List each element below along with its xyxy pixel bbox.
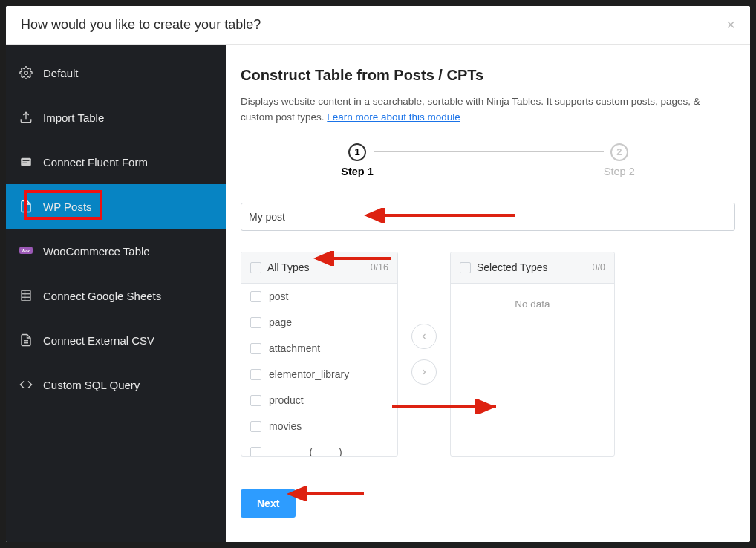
all-types-list[interactable]: postpageattachmentelementor_libraryprodu… [241, 284, 397, 456]
select-all-right-checkbox[interactable] [460, 262, 471, 273]
sidebar-item-label: Default [43, 67, 79, 79]
type-label: movies [269, 420, 302, 432]
sidebar-item-label: WP Posts [43, 200, 92, 213]
upload-icon [19, 111, 33, 124]
select-all-checkbox[interactable] [250, 262, 261, 273]
code-icon [19, 378, 33, 391]
main-content: Construct Table from Posts / CPTs Displa… [226, 45, 750, 542]
type-label: attachment [269, 342, 320, 354]
sidebar-item-woocommerce[interactable]: Woo WooCommerce Table [6, 229, 226, 273]
table-name-input[interactable] [241, 203, 735, 231]
sidebar-item-label: WooCommerce Table [43, 245, 150, 258]
type-item[interactable]: product [241, 388, 397, 414]
svg-point-0 [25, 71, 28, 75]
selected-types-title: Selected Types [477, 261, 587, 273]
step-2-label: Step 2 [604, 166, 635, 177]
all-types-title: All Types [267, 261, 365, 273]
sidebar-item-label: Connect Fluent Form [43, 156, 148, 169]
type-item[interactable]: ( ) [241, 440, 397, 456]
modal-body: Default Import Table Connect Fluent Form… [6, 45, 750, 542]
transfer-buttons [411, 324, 437, 385]
type-item[interactable]: page [241, 310, 397, 336]
sidebar: Default Import Table Connect Fluent Form… [6, 45, 226, 542]
type-checkbox[interactable] [250, 343, 261, 354]
all-types-header: All Types 0/16 [241, 252, 397, 284]
sidebar-item-default[interactable]: Default [6, 50, 226, 95]
stepper: 1 Step 1 2 Step 2 [241, 143, 735, 177]
type-item[interactable]: movies [241, 414, 397, 440]
type-label: product [269, 394, 304, 406]
sidebar-item-label: Import Table [43, 111, 104, 124]
modal-header: How would you like to create your table?… [6, 6, 750, 45]
sheet-icon [19, 289, 33, 302]
type-checkbox[interactable] [250, 447, 261, 456]
move-right-button[interactable] [411, 359, 437, 385]
step-connector [374, 151, 604, 152]
svg-rect-4 [23, 163, 27, 163]
sidebar-item-sql[interactable]: Custom SQL Query [6, 362, 226, 407]
learn-more-link[interactable]: Learn more about this module [327, 111, 460, 123]
all-types-count: 0/16 [371, 262, 388, 273]
modal-title: How would you like to create your table? [21, 17, 261, 33]
svg-rect-2 [21, 158, 31, 166]
step-1-circle: 1 [348, 143, 366, 161]
type-transfer: All Types 0/16 postpageattachmentelement… [241, 252, 735, 457]
svg-rect-7 [22, 290, 30, 301]
type-label: ( ) [269, 446, 342, 456]
sidebar-item-label: Custom SQL Query [43, 379, 140, 391]
type-checkbox[interactable] [250, 291, 261, 302]
type-label: post [269, 290, 288, 302]
sidebar-item-wp-posts[interactable]: WP Posts [6, 184, 226, 229]
step-1: 1 Step 1 [341, 143, 374, 177]
type-label: page [269, 316, 292, 328]
no-data-text: No data [451, 284, 614, 324]
type-label: elementor_library [269, 368, 349, 380]
step-2: 2 Step 2 [604, 143, 635, 177]
sidebar-item-label: Connect Google Sheets [43, 290, 161, 302]
sidebar-item-google-sheets[interactable]: Connect Google Sheets [6, 273, 226, 318]
type-item[interactable]: attachment [241, 336, 397, 362]
move-left-button[interactable] [411, 324, 437, 349]
all-types-panel: All Types 0/16 postpageattachmentelement… [241, 252, 398, 457]
type-item[interactable]: elementor_library [241, 362, 397, 388]
page-heading: Construct Table from Posts / CPTs [241, 67, 735, 84]
step-2-circle: 2 [610, 143, 628, 161]
woo-icon: Woo [19, 244, 33, 258]
type-checkbox[interactable] [250, 317, 261, 328]
selected-types-panel: Selected Types 0/0 No data [450, 252, 615, 457]
step-1-label: Step 1 [341, 166, 374, 177]
sidebar-item-label: Connect External CSV [43, 334, 154, 347]
gear-icon [19, 66, 33, 79]
sidebar-item-fluent-form[interactable]: Connect Fluent Form [6, 140, 226, 184]
form-icon [19, 155, 33, 169]
next-button[interactable]: Next [241, 489, 296, 518]
type-checkbox[interactable] [250, 395, 261, 406]
selected-types-count: 0/0 [593, 262, 605, 273]
svg-text:Woo: Woo [22, 249, 31, 253]
create-table-modal: How would you like to create your table?… [6, 6, 750, 542]
svg-rect-3 [23, 160, 30, 161]
file-icon [19, 333, 33, 347]
selected-types-list: No data [451, 284, 614, 456]
close-icon[interactable]: × [726, 16, 735, 33]
sidebar-item-external-csv[interactable]: Connect External CSV [6, 318, 226, 362]
type-checkbox[interactable] [250, 369, 261, 380]
type-checkbox[interactable] [250, 421, 261, 432]
sidebar-item-import[interactable]: Import Table [6, 95, 226, 140]
post-icon [19, 200, 33, 213]
type-item[interactable]: post [241, 284, 397, 310]
selected-types-header: Selected Types 0/0 [451, 252, 614, 284]
page-description: Displays website content in a searchable… [241, 94, 735, 125]
